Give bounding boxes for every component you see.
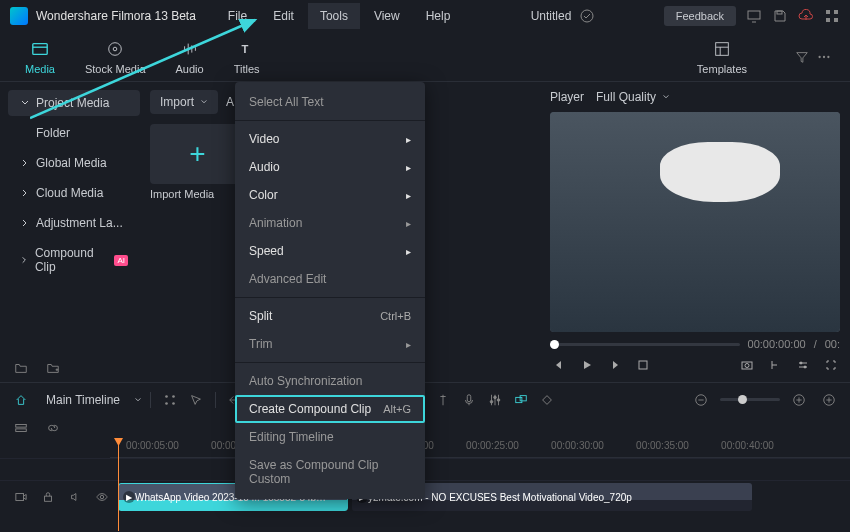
mute-icon[interactable]	[66, 486, 83, 508]
time-current: 00:00:00:00	[748, 338, 806, 350]
import-button[interactable]: Import	[150, 90, 218, 114]
zoom-fit-icon[interactable]	[818, 389, 840, 411]
stop-button[interactable]	[634, 356, 652, 374]
menu-trim[interactable]: Trim▸	[235, 330, 425, 358]
sidebar-item-folder[interactable]: Folder	[8, 120, 140, 146]
menu-speed[interactable]: Speed▸	[235, 237, 425, 265]
menu-editing-timeline[interactable]: Editing Timeline	[235, 423, 425, 451]
menu-view[interactable]: View	[362, 3, 412, 29]
lock-icon[interactable]	[39, 486, 56, 508]
svg-rect-38	[16, 429, 27, 432]
svg-point-22	[172, 395, 175, 398]
svg-point-19	[800, 362, 802, 364]
sidebar-item-adjustment[interactable]: Adjustment La...	[8, 210, 140, 236]
chevron-right-icon	[20, 188, 30, 198]
svg-point-10	[113, 47, 117, 51]
more-icon[interactable]	[813, 46, 835, 68]
menu-tools[interactable]: Tools	[308, 3, 360, 29]
tab-audio[interactable]: Audio	[176, 39, 204, 75]
marker-icon[interactable]	[432, 389, 454, 411]
menu-animation[interactable]: Animation▸	[235, 209, 425, 237]
playhead[interactable]	[118, 438, 119, 531]
titlebar: Wondershare Filmora 13 Beta File Edit To…	[0, 0, 850, 32]
menu-file[interactable]: File	[216, 3, 259, 29]
svg-rect-28	[467, 394, 471, 401]
grid-icon[interactable]	[824, 8, 840, 24]
filter-icon[interactable]	[791, 46, 813, 68]
monitor-icon[interactable]	[746, 8, 762, 24]
app-name: Wondershare Filmora 13 Beta	[36, 9, 196, 23]
menu-auto-sync[interactable]: Auto Synchronization	[235, 367, 425, 395]
menu-split[interactable]: SplitCtrl+B	[235, 302, 425, 330]
snapshot-button[interactable]	[738, 356, 756, 374]
svg-rect-39	[15, 493, 23, 500]
timeline: 00:00:05:00 00:00:10:00 00:00:15:00 00:0…	[0, 416, 850, 531]
menu-save-compound-custom[interactable]: Save as Compound Clip Custom	[235, 451, 425, 493]
svg-rect-32	[516, 397, 522, 402]
cloud-upload-icon[interactable]	[798, 8, 814, 24]
track-video-icon[interactable]	[12, 486, 29, 508]
video-preview[interactable]	[550, 112, 840, 332]
menu-select-all-text[interactable]: Select All Text	[235, 88, 425, 116]
sidebar-item-global-media[interactable]: Global Media	[8, 150, 140, 176]
scrub-bar[interactable]	[550, 343, 740, 346]
svg-point-29	[490, 400, 493, 403]
sidebar-item-cloud-media[interactable]: Cloud Media	[8, 180, 140, 206]
app-logo	[10, 7, 28, 25]
svg-point-31	[497, 398, 500, 401]
svg-rect-37	[16, 425, 27, 428]
fullscreen-button[interactable]	[822, 356, 840, 374]
next-frame-button[interactable]	[606, 356, 624, 374]
sidebar-item-project-media[interactable]: Project Media	[8, 90, 140, 116]
svg-rect-12	[716, 42, 729, 55]
compound-icon[interactable]	[510, 389, 532, 411]
voice-icon[interactable]	[458, 389, 480, 411]
media-icon	[30, 39, 50, 59]
svg-point-15	[827, 55, 829, 57]
prev-frame-button[interactable]	[550, 356, 568, 374]
player-label: Player	[550, 90, 584, 104]
apps-icon[interactable]	[159, 389, 181, 411]
menu-color[interactable]: Color▸	[235, 181, 425, 209]
play-button[interactable]	[578, 356, 596, 374]
menu-advanced-edit[interactable]: Advanced Edit	[235, 265, 425, 293]
tab-templates[interactable]: Templates	[697, 39, 747, 75]
feedback-button[interactable]: Feedback	[664, 6, 736, 26]
media-panel: Import AI In + Import Media WhatsApp Vid…	[140, 82, 540, 382]
quality-select[interactable]: Full Quality	[596, 90, 670, 104]
tab-media[interactable]: Media	[25, 39, 55, 75]
sidebar-item-compound-clip[interactable]: Compound Clip AI	[8, 240, 140, 280]
link-icon[interactable]	[42, 417, 64, 439]
zoom-in-icon[interactable]	[788, 389, 810, 411]
timeline-home-icon[interactable]	[10, 389, 32, 411]
player-settings-button[interactable]	[794, 356, 812, 374]
tab-titles[interactable]: T Titles	[234, 39, 260, 75]
sidebar: Project Media Folder Global Media Cloud …	[0, 82, 140, 382]
cursor-icon[interactable]	[185, 389, 207, 411]
sync-status-icon	[579, 8, 595, 24]
chevron-right-icon: ▸	[406, 339, 411, 350]
menu-edit[interactable]: Edit	[261, 3, 306, 29]
zoom-out-icon[interactable]	[690, 389, 712, 411]
menu-create-compound-clip[interactable]: Create Compound ClipAlt+G	[235, 395, 425, 423]
svg-point-18	[745, 364, 749, 368]
tab-stock-media[interactable]: Stock Media	[85, 39, 146, 75]
menu-audio[interactable]: Audio▸	[235, 153, 425, 181]
mixer-icon[interactable]	[484, 389, 506, 411]
import-media-card[interactable]: + Import Media	[150, 124, 245, 200]
new-bin-icon[interactable]	[42, 357, 64, 379]
zoom-slider[interactable]	[720, 398, 780, 401]
time-ruler[interactable]: 00:00:05:00 00:00:10:00 00:00:15:00 00:0…	[110, 440, 850, 458]
menu-help[interactable]: Help	[414, 3, 463, 29]
chevron-down-icon[interactable]	[134, 396, 142, 404]
new-folder-icon[interactable]	[10, 357, 32, 379]
menu-video[interactable]: Video▸	[235, 125, 425, 153]
visibility-icon[interactable]	[93, 486, 110, 508]
svg-rect-7	[834, 18, 838, 22]
keyframe-icon[interactable]	[536, 389, 558, 411]
mark-in-button[interactable]	[766, 356, 784, 374]
svg-point-21	[165, 395, 168, 398]
track-collapse-icon[interactable]	[10, 417, 32, 439]
svg-point-30	[494, 396, 497, 399]
save-icon[interactable]	[772, 8, 788, 24]
